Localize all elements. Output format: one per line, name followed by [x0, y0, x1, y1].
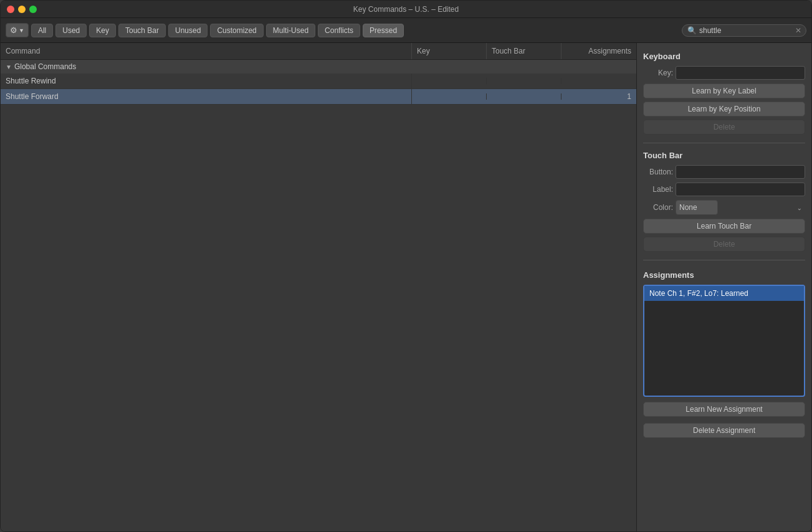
label-label: Label:: [643, 185, 673, 194]
learn-by-key-position-button[interactable]: Learn by Key Position: [643, 102, 805, 116]
col-command: Command: [1, 43, 412, 59]
group-row-global-commands[interactable]: ▼ Global Commands: [1, 60, 636, 74]
delete-assignment-button[interactable]: Delete Assignment: [643, 423, 805, 438]
right-panel: Keyboard Key: Learn by Key Label Learn b…: [637, 43, 811, 531]
group-name: Global Commands: [14, 62, 76, 71]
key-field-row: Key:: [643, 66, 805, 80]
table-header: Command Key Touch Bar Assignments: [1, 43, 636, 60]
chevron-down-icon: ▼: [19, 27, 24, 34]
gear-icon: ⚙: [10, 26, 17, 35]
table-body: ▼ Global Commands Shuttle Rewind Shuttle…: [1, 60, 636, 531]
minimize-button[interactable]: [18, 6, 26, 13]
learn-touch-bar-button[interactable]: Learn Touch Bar: [643, 219, 805, 234]
cell-key: [412, 78, 487, 84]
learn-new-assignment-button[interactable]: Learn New Assignment: [643, 402, 805, 417]
filter-btn-pressed[interactable]: Pressed: [363, 24, 404, 37]
window-controls: [7, 6, 37, 13]
color-select[interactable]: None Red Orange Yellow Green Blue Purple: [676, 200, 718, 215]
color-label: Color:: [643, 203, 673, 212]
assignments-section: Assignments Note Ch 1, F#2, Lo7: Learned…: [643, 268, 805, 441]
gear-button[interactable]: ⚙ ▼: [6, 23, 29, 37]
cell-command: Shuttle Forward: [1, 89, 412, 104]
cell-assignments: 1: [561, 89, 636, 104]
maximize-button[interactable]: [29, 6, 37, 13]
cell-key: [412, 93, 487, 100]
bottom-buttons: Learn New Assignment Delete Assignment: [643, 402, 805, 441]
filter-btn-multi-used[interactable]: Multi-Used: [266, 24, 315, 37]
title-bar: Key Commands – U.S. – Edited: [1, 1, 811, 18]
search-input[interactable]: [699, 26, 793, 35]
color-field-row: Color: None Red Orange Yellow Green Blue…: [643, 200, 805, 215]
filter-btn-conflicts[interactable]: Conflicts: [318, 24, 360, 37]
col-key: Key: [412, 43, 487, 59]
table-row[interactable]: Shuttle Rewind: [1, 74, 636, 89]
button-label: Button:: [643, 168, 673, 176]
expand-triangle-icon: ▼: [6, 64, 12, 70]
filter-btn-key[interactable]: Key: [89, 24, 116, 37]
left-panel: Command Key Touch Bar Assignments ▼ Glob…: [1, 43, 637, 531]
touch-bar-delete-button[interactable]: Delete: [643, 237, 805, 252]
cell-assignments: [561, 78, 636, 84]
col-touch-bar: Touch Bar: [487, 43, 561, 59]
filter-btn-used[interactable]: Used: [55, 24, 87, 37]
assignment-item[interactable]: Note Ch 1, F#2, Lo7: Learned: [644, 286, 804, 301]
col-assignments: Assignments: [561, 43, 636, 59]
divider-2: [643, 260, 805, 260]
search-box: 🔍 ✕: [682, 24, 806, 37]
main-window: Key Commands – U.S. – Edited ⚙ ▼ All Use…: [0, 0, 812, 532]
key-label: Key:: [643, 69, 673, 77]
touch-bar-section-title: Touch Bar: [643, 151, 805, 160]
color-select-wrapper: None Red Orange Yellow Green Blue Purple: [676, 200, 805, 215]
delete-assignment-label: Delete Assignment: [693, 426, 755, 435]
assignments-section-title: Assignments: [643, 270, 805, 280]
keyboard-delete-button[interactable]: Delete: [643, 120, 805, 135]
learn-by-key-label-button[interactable]: Learn by Key Label: [643, 83, 805, 98]
button-input[interactable]: [676, 165, 805, 179]
button-field-row: Button:: [643, 165, 805, 179]
window-title: Key Commands – U.S. – Edited: [353, 5, 459, 14]
table-row[interactable]: Shuttle Forward 1: [1, 89, 636, 105]
cell-command: Shuttle Rewind: [1, 74, 412, 88]
filter-btn-customized[interactable]: Customized: [210, 24, 263, 37]
toolbar: ⚙ ▼ All Used Key Touch Bar Unused Custom…: [1, 18, 811, 43]
key-input[interactable]: [676, 66, 805, 80]
filter-btn-all[interactable]: All: [31, 24, 53, 37]
filter-btn-touch-bar[interactable]: Touch Bar: [118, 24, 166, 37]
search-icon: 🔍: [687, 26, 697, 35]
label-field-row: Label:: [643, 183, 805, 196]
search-clear-button[interactable]: ✕: [795, 27, 801, 34]
divider-1: [643, 143, 805, 143]
close-button[interactable]: [7, 6, 14, 13]
cell-touch-bar: [487, 78, 561, 84]
keyboard-section-title: Keyboard: [643, 52, 805, 61]
filter-btn-unused[interactable]: Unused: [168, 24, 208, 37]
cell-touch-bar: [487, 93, 561, 100]
label-input[interactable]: [676, 183, 805, 196]
main-content: Command Key Touch Bar Assignments ▼ Glob…: [1, 43, 811, 531]
assignments-list[interactable]: Note Ch 1, F#2, Lo7: Learned: [643, 285, 805, 397]
